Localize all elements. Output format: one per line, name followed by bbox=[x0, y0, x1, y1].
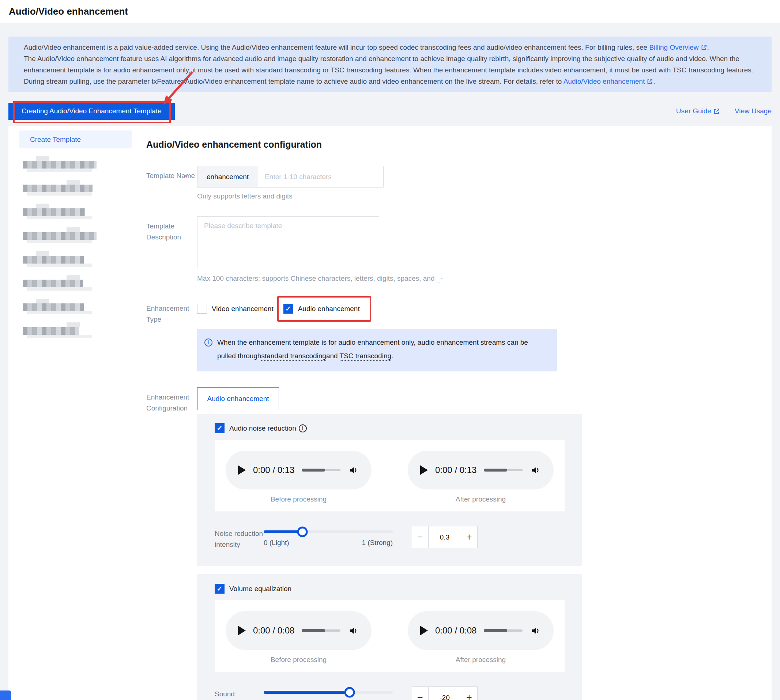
before-player-column: 0:00 / 0:08 Before processing bbox=[225, 611, 372, 664]
external-link-icon bbox=[713, 108, 720, 115]
billing-overview-link[interactable]: Billing Overview bbox=[649, 43, 707, 51]
redacted-text-block bbox=[23, 208, 85, 216]
main-panel: Create Template Audio/Video enhancement … bbox=[8, 126, 772, 700]
sidebar-item-redacted-template[interactable] bbox=[23, 280, 135, 287]
volume-equalization-checkbox[interactable]: Volume equalization bbox=[215, 584, 291, 593]
player-time: 0:00 / 0:08 bbox=[253, 625, 294, 636]
audio-player-after[interactable]: 0:00 / 0:08 bbox=[408, 611, 554, 650]
slider-min-label: 0 (Light) bbox=[264, 539, 289, 547]
user-guide-link[interactable]: User Guide bbox=[676, 107, 720, 115]
sidebar-item-redacted-template[interactable] bbox=[23, 303, 135, 311]
noise-intensity-block: Noise reduction intensity 0 (Light) 1 (S… bbox=[215, 526, 565, 550]
player-caption: Before processing bbox=[271, 656, 327, 664]
before-player-column: 0:00 / 0:13 Before processing bbox=[225, 451, 372, 503]
audio-player-after[interactable]: 0:00 / 0:13 bbox=[408, 451, 554, 490]
stepper-plus-button[interactable]: + bbox=[461, 687, 478, 700]
audio-enhancement-checkbox[interactable]: Audio enhancement bbox=[283, 304, 360, 313]
sidebar-item-redacted-template[interactable] bbox=[23, 208, 135, 216]
audio-noise-reduction-header: Audio noise reduction bbox=[215, 423, 565, 433]
sidebar-item-redacted-template[interactable] bbox=[23, 161, 135, 168]
sidebar-item-redacted-template[interactable] bbox=[23, 256, 135, 263]
stepper-value[interactable]: -20 bbox=[429, 687, 461, 700]
audio-player-before[interactable]: 0:00 / 0:13 bbox=[225, 451, 372, 490]
noise-reduction-players-card: 0:00 / 0:13 Before processing bbox=[215, 440, 565, 512]
volume-icon[interactable] bbox=[530, 465, 541, 476]
redacted-text-block bbox=[23, 161, 97, 168]
slider-handle[interactable] bbox=[297, 527, 307, 537]
player-progress-bar[interactable] bbox=[302, 630, 341, 632]
banner-line-1: Audio/Video enhancement is a paid value-… bbox=[24, 42, 756, 53]
enhancement-configuration-row: Enhancement Configuration Audio enhancem… bbox=[146, 387, 772, 700]
noise-intensity-stepper: − 0.3 + bbox=[412, 526, 478, 548]
player-caption: After processing bbox=[456, 495, 506, 503]
stepper-plus-button[interactable]: + bbox=[461, 526, 478, 548]
play-icon[interactable] bbox=[238, 465, 246, 475]
stepper-minus-button[interactable]: − bbox=[412, 526, 429, 548]
template-name-input[interactable] bbox=[258, 166, 384, 188]
checkbox-checked-icon bbox=[283, 304, 293, 313]
template-list bbox=[8, 161, 135, 335]
player-progress-bar[interactable] bbox=[302, 469, 341, 471]
sidebar-item-redacted-template[interactable] bbox=[23, 185, 135, 192]
after-player-column: 0:00 / 0:13 After processing bbox=[408, 451, 554, 503]
view-usage-link[interactable]: View Usage bbox=[735, 107, 772, 115]
create-template-button[interactable]: Creating Audio/Video Enhancement Templat… bbox=[8, 103, 175, 120]
sound-loudness-label: Sound loudness bbox=[215, 687, 264, 700]
sidebar-item-create-template[interactable]: Create Template bbox=[19, 130, 132, 148]
config-form: Template Name* enhancement Only supports… bbox=[146, 166, 772, 700]
volume-equalization-section: Volume equalization 0:00 / 0:08 bbox=[197, 574, 582, 700]
play-icon[interactable] bbox=[420, 465, 428, 475]
standard-transcoding-term[interactable]: standard transcoding bbox=[261, 352, 326, 361]
checkbox-checked-icon bbox=[215, 584, 224, 593]
enhancement-type-options: Video enhancement Audio enhancement bbox=[197, 298, 772, 313]
sidebar-item-redacted-template[interactable] bbox=[23, 327, 135, 335]
tab-audio-enhancement[interactable]: Audio enhancement bbox=[197, 387, 279, 410]
page-header: Audio/Video enhancement bbox=[0, 0, 780, 23]
volume-equalization-header: Volume equalization bbox=[215, 584, 565, 593]
redacted-text-block bbox=[23, 280, 83, 287]
noise-reduction-tooltip-icon[interactable] bbox=[299, 424, 307, 432]
stepper-value[interactable]: 0.3 bbox=[429, 526, 461, 548]
template-description-input[interactable] bbox=[197, 217, 379, 268]
player-caption: Before processing bbox=[271, 495, 327, 503]
template-sidebar: Create Template bbox=[8, 126, 135, 700]
sound-loudness-block: Sound loudness -40 LkFS -10 LkFS bbox=[215, 687, 565, 700]
volume-icon[interactable] bbox=[530, 625, 541, 637]
stepper-minus-button[interactable]: − bbox=[412, 687, 429, 700]
create-button-wrap: Creating Audio/Video Enhancement Templat… bbox=[8, 103, 175, 120]
slider-handle[interactable] bbox=[344, 687, 355, 698]
volume-icon[interactable] bbox=[348, 625, 359, 637]
external-link-icon bbox=[646, 78, 653, 85]
checkbox-checked-icon bbox=[215, 423, 224, 433]
banner-line-3: During stream pulling, use the parameter… bbox=[24, 76, 756, 87]
audio-video-enhancement-link[interactable]: Audio/Video enhancement bbox=[563, 77, 653, 85]
volume-icon[interactable] bbox=[348, 465, 359, 476]
after-player-column: 0:00 / 0:08 After processing bbox=[408, 611, 554, 664]
template-name-control: enhancement bbox=[197, 166, 772, 188]
tsc-transcoding-term[interactable]: TSC transcoding bbox=[340, 352, 392, 361]
player-progress-bar[interactable] bbox=[484, 469, 523, 471]
banner-line-2: The Audio/Video enhancement feature uses… bbox=[24, 53, 756, 76]
external-link-icon bbox=[701, 44, 707, 51]
player-time: 0:00 / 0:13 bbox=[253, 465, 294, 475]
template-name-label: Template Name* bbox=[146, 166, 197, 200]
player-time: 0:00 / 0:13 bbox=[435, 465, 476, 475]
slider-fill bbox=[264, 530, 302, 533]
checkbox-unchecked-icon bbox=[197, 304, 207, 313]
config-title: Audio/Video enhancement configuration bbox=[146, 139, 772, 150]
audio-only-info-box: When the enhancement template is for aud… bbox=[197, 329, 557, 372]
floating-widget[interactable] bbox=[0, 690, 11, 700]
slider-track[interactable] bbox=[264, 691, 393, 694]
player-progress-bar[interactable] bbox=[484, 630, 523, 632]
play-icon[interactable] bbox=[238, 626, 246, 635]
video-enhancement-checkbox[interactable]: Video enhancement bbox=[197, 304, 274, 313]
page-content: Audio/Video enhancement is a paid value-… bbox=[0, 37, 780, 700]
audio-player-before[interactable]: 0:00 / 0:08 bbox=[225, 611, 372, 650]
redacted-text-block bbox=[23, 303, 84, 311]
sidebar-item-redacted-template[interactable] bbox=[23, 232, 135, 240]
audio-noise-reduction-checkbox[interactable]: Audio noise reduction bbox=[215, 423, 296, 433]
noise-intensity-label: Noise reduction intensity bbox=[215, 526, 264, 550]
template-description-help: Max 100 characters; supports Chinese cha… bbox=[197, 275, 772, 283]
play-icon[interactable] bbox=[420, 626, 428, 635]
slider-track[interactable] bbox=[264, 530, 393, 533]
